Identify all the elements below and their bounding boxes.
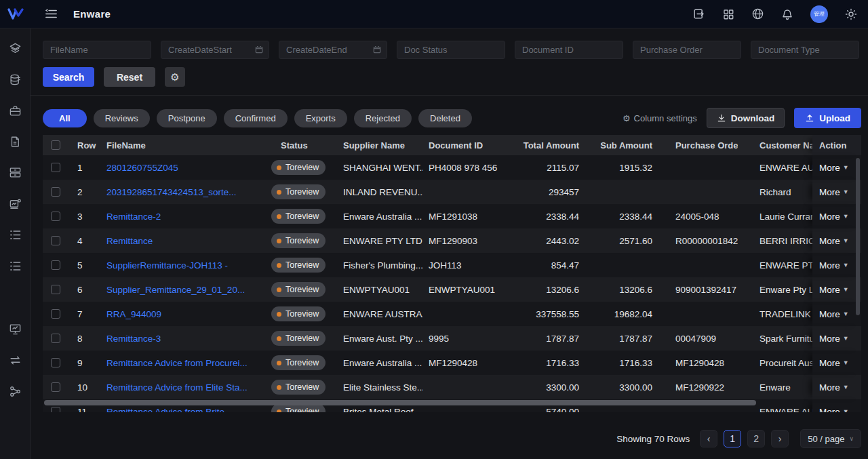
more-actions-button[interactable]: More▼ — [819, 187, 849, 197]
document-type-input[interactable] — [751, 41, 859, 59]
reset-button[interactable]: Reset — [104, 67, 155, 87]
sidebar-briefcase-icon[interactable] — [9, 104, 22, 117]
more-actions-button[interactable]: More▼ — [819, 260, 849, 271]
row-checkbox[interactable] — [51, 309, 60, 319]
more-actions-button[interactable]: More▼ — [819, 407, 849, 413]
doc-status-input[interactable] — [397, 41, 505, 59]
total-amount-cell: 2443.02 — [517, 228, 582, 253]
page-1-button[interactable]: 1 — [724, 430, 741, 447]
sidebar-scan-settings-icon[interactable] — [9, 197, 22, 210]
filename-link[interactable]: Supplier_Remittance_29_01_20... — [106, 285, 245, 295]
row-checkbox[interactable] — [51, 334, 60, 343]
col-header-document-id[interactable]: Document ID — [423, 135, 517, 155]
more-actions-button[interactable]: More▼ — [819, 309, 849, 319]
row-number: 8 — [68, 326, 98, 351]
row-checkbox[interactable] — [51, 407, 60, 412]
document-id-cell — [423, 302, 517, 326]
col-header-row[interactable]: Row — [68, 135, 98, 155]
col-header-status[interactable]: Status — [270, 135, 335, 155]
notifications-bell-icon[interactable] — [781, 8, 793, 20]
filename-link[interactable]: Remittance Advice from Elite Sta... — [106, 382, 248, 393]
document-id-input[interactable] — [515, 41, 623, 59]
total-amount-cell: 337558.55 — [517, 302, 582, 326]
filename-link[interactable]: Remittance Advice from Procurei... — [106, 358, 248, 368]
row-checkbox[interactable] — [51, 163, 60, 172]
more-actions-button[interactable]: More▼ — [819, 334, 849, 344]
more-actions-button[interactable]: More▼ — [819, 285, 849, 295]
more-actions-button[interactable]: More▼ — [819, 163, 849, 173]
next-page-button[interactable]: › — [771, 430, 789, 447]
row-checkbox[interactable] — [51, 285, 60, 294]
col-header-total-amount[interactable]: Total Amount — [517, 135, 582, 155]
tab-reviews[interactable]: Reviews — [94, 109, 150, 127]
page-size-select[interactable]: 50 / page∨ — [800, 429, 861, 448]
page-2-button[interactable]: 2 — [747, 430, 765, 447]
vertical-scrollbar-thumb[interactable] — [856, 158, 860, 315]
sidebar-list-alt-icon[interactable] — [9, 260, 22, 273]
row-checkbox[interactable] — [51, 236, 60, 245]
total-amount-cell: 1787.87 — [517, 326, 582, 351]
select-all-checkbox[interactable] — [51, 140, 60, 150]
upload-button[interactable]: Upload — [794, 108, 861, 128]
tab-deleted[interactable]: Deleted — [418, 109, 472, 127]
user-avatar[interactable]: 管理 — [810, 5, 828, 23]
create-date-end-input[interactable] — [279, 41, 387, 59]
filename-link[interactable]: Remittance Advice from Brite... — [106, 407, 232, 413]
horizontal-scrollbar-thumb[interactable] — [44, 400, 756, 405]
export-window-icon[interactable] — [692, 7, 705, 20]
sidebar-drawers-icon[interactable] — [9, 166, 22, 179]
tab-exports[interactable]: Exports — [294, 109, 347, 127]
tab-postpone[interactable]: Postpone — [157, 109, 217, 127]
supplier-name-cell: ENWARE AUSTRA... — [335, 302, 423, 326]
column-settings-button[interactable]: ⚙Column settings — [623, 113, 697, 123]
download-button[interactable]: Download — [707, 108, 785, 128]
tab-all[interactable]: All — [43, 109, 87, 127]
filename-link[interactable]: RRA_944009 — [106, 309, 161, 319]
search-button[interactable]: Search — [43, 67, 94, 87]
sidebar-transfer-icon[interactable] — [9, 354, 22, 367]
filename-link[interactable]: Remittance-2 — [106, 212, 161, 222]
create-date-start-input[interactable] — [161, 41, 269, 59]
filename-link[interactable]: 2031928651743424513_sorte... — [106, 187, 236, 197]
filter-settings-button[interactable]: ⚙ — [165, 67, 185, 87]
more-actions-button[interactable]: More▼ — [819, 236, 849, 246]
document-id-cell: MF1291038 — [423, 204, 517, 228]
col-header-customer-name[interactable]: Customer Na — [738, 135, 812, 155]
sidebar-list-icon[interactable] — [9, 228, 22, 241]
filename-link[interactable]: SupplierRemittance-JOH113 - — [106, 260, 228, 271]
tab-confirmed[interactable]: Confirmed — [224, 109, 288, 127]
filename-input[interactable] — [43, 41, 151, 59]
more-actions-button[interactable]: More▼ — [819, 212, 849, 222]
more-actions-button[interactable]: More▼ — [819, 358, 849, 368]
sidebar-hierarchy-icon[interactable] — [9, 385, 22, 398]
row-checkbox[interactable] — [51, 187, 60, 197]
prev-page-button[interactable]: ‹ — [700, 430, 717, 447]
col-header-supplier[interactable]: Supplier Name — [335, 135, 423, 155]
filename-link[interactable]: Remittance-3 — [106, 334, 161, 344]
row-checkbox[interactable] — [51, 358, 60, 367]
app-logo[interactable] — [0, 8, 31, 20]
purchase-order-input[interactable] — [633, 41, 741, 59]
apps-grid-icon[interactable] — [722, 8, 734, 20]
filename-link[interactable]: Remittance — [106, 236, 153, 246]
sidebar-layers-icon[interactable] — [9, 42, 22, 55]
more-actions-button[interactable]: More▼ — [819, 382, 849, 393]
sidebar-document-icon[interactable] — [9, 136, 21, 148]
sidebar-dashboard-icon[interactable] — [9, 323, 22, 336]
filename-link[interactable]: 2801260755Z045 — [106, 163, 178, 173]
col-header-purchase-order[interactable]: Purchase Order — [655, 135, 738, 155]
menu-collapse-icon[interactable] — [45, 9, 57, 19]
sidebar-database-icon[interactable] — [9, 73, 22, 86]
row-checkbox[interactable] — [51, 382, 60, 392]
table-row: 9 Remittance Advice from Procurei... Tor… — [43, 351, 861, 375]
theme-sun-icon[interactable] — [845, 8, 857, 20]
col-header-filename[interactable]: FileName — [98, 135, 270, 155]
row-checkbox[interactable] — [51, 260, 60, 270]
col-header-sub-amount[interactable]: Sub Amount — [582, 135, 655, 155]
tab-rejected[interactable]: Rejected — [354, 109, 412, 127]
chevron-down-icon: ▼ — [843, 408, 849, 412]
row-checkbox[interactable] — [51, 212, 60, 221]
document-id-cell: 9995 — [423, 326, 517, 351]
download-icon — [717, 113, 726, 123]
language-globe-icon[interactable] — [751, 7, 764, 20]
